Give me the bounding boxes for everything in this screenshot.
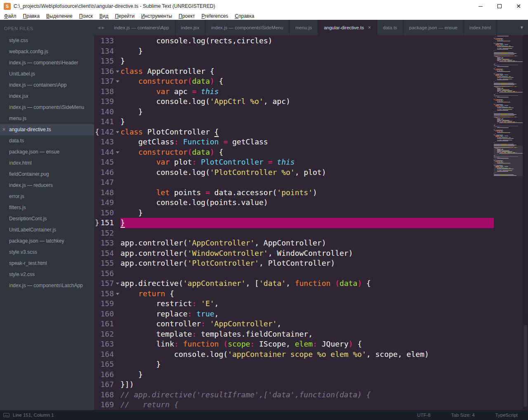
fold-arrow-icon[interactable] [114, 66, 120, 77]
tab-close-icon[interactable]: × [368, 25, 371, 31]
code-line[interactable]: 140 } [94, 107, 494, 117]
sidebar-file-item[interactable]: UnitLabel.js [0, 68, 94, 80]
tab[interactable]: index.js — containers\App [108, 20, 175, 35]
minimap-viewport[interactable] [494, 146, 523, 176]
code-line[interactable]: 137 constructor(data) { [94, 76, 494, 87]
menu-item[interactable]: Инструменты [138, 12, 175, 20]
code-line[interactable]: 154app.controller('WindowController', Wi… [94, 248, 494, 259]
fold-arrow-icon[interactable] [114, 278, 120, 289]
tab[interactable]: index.js — components\SideMenu [205, 20, 290, 35]
menu-item[interactable]: Файл [1, 12, 20, 20]
tab[interactable]: index.html [464, 20, 497, 35]
minimap[interactable] [494, 35, 523, 410]
code-line[interactable]: 167}]) [94, 380, 494, 390]
sidebar-file-item[interactable]: error.js [0, 191, 94, 202]
sidebar-file-item[interactable]: index.js — components\Header [0, 57, 94, 68]
sidebar-file-item[interactable]: index.jsx [0, 91, 94, 102]
code-line[interactable]: }151} [94, 218, 494, 228]
tab-list-dropdown-icon[interactable]: ▼ [516, 20, 528, 35]
code-line[interactable]: 138 var apc = this [94, 87, 494, 97]
code-line[interactable]: 144 constructor(data) { [94, 147, 494, 158]
sidebar-file-item[interactable]: speak-r_test.html [0, 258, 94, 269]
sidebar-file-item[interactable]: fieldContainer.pug [0, 169, 94, 180]
status-panel-icon[interactable] [3, 413, 9, 417]
tab-scroll-right-icon[interactable]: ▶ [102, 26, 105, 30]
menu-item[interactable]: Перейти [112, 12, 138, 20]
code-line[interactable]: 141} [94, 117, 494, 127]
tab[interactable]: data.ts [377, 20, 403, 35]
code-line[interactable]: 139 console.log('AppCtrl %o', apc) [94, 97, 494, 107]
sidebar-file-item[interactable]: data.ts [0, 135, 94, 146]
fold-arrow-icon[interactable] [114, 289, 120, 299]
code-line[interactable]: 169// return { [94, 400, 494, 410]
code-line[interactable]: 143 getClass: Function = getClass [94, 137, 494, 147]
code-line[interactable]: 145 var plot: PlotController = this [94, 157, 494, 168]
fold-arrow-icon[interactable] [114, 127, 120, 137]
sidebar-file-item[interactable]: index.html [0, 158, 94, 169]
code-line[interactable]: 157app.directive('appContainer', ['data'… [94, 278, 494, 289]
sidebar-file-item[interactable]: package.json — latchkey [0, 236, 94, 247]
code-line[interactable]: 153app.controller('AppController', AppCo… [94, 238, 494, 248]
close-button[interactable]: ✕ [509, 0, 528, 12]
menu-item[interactable]: Выделение [43, 12, 76, 20]
code-line[interactable]: 165 } [94, 359, 494, 370]
sidebar-file-item[interactable]: index.js — components\LatchApp [0, 280, 94, 291]
code-line[interactable]: 149 console.log(points.value) [94, 198, 494, 208]
syntax-indicator[interactable]: TypeScript [485, 413, 528, 418]
sidebar-file-item[interactable]: index.js — components\SideMenu [0, 102, 94, 113]
sidebar-file-item[interactable]: menu.js [0, 113, 94, 124]
sidebar-file-item[interactable]: package.json — ensue [0, 146, 94, 158]
minimize-button[interactable] [471, 0, 490, 12]
code-line[interactable]: 163 link: function (scope: IScope, elem:… [94, 339, 494, 349]
encoding-indicator[interactable]: UTF-8 [407, 413, 441, 418]
code-line[interactable]: 135} [94, 56, 494, 66]
code-line[interactable]: 134 } [94, 46, 494, 57]
sidebar-file-item[interactable]: DesriptionCont.js [0, 213, 94, 224]
code-line[interactable]: 155app.controller('PlotController', Plot… [94, 258, 494, 269]
maximize-button[interactable] [490, 0, 509, 12]
code-line[interactable]: 161 controller: 'AppController', [94, 319, 494, 329]
menu-item[interactable]: Preferences [198, 12, 232, 20]
menu-item[interactable]: Вид [96, 12, 112, 20]
code-line[interactable]: 159 restrict: 'E', [94, 299, 494, 309]
sidebar-file-item[interactable]: style.v3.scss [0, 247, 94, 258]
tab[interactable]: package.json — ensue [403, 20, 464, 35]
scrollbar-thumb[interactable] [523, 325, 527, 407]
tab[interactable]: menu.js [290, 20, 318, 35]
code-line[interactable]: 148 let points = data.accessor('points') [94, 188, 494, 198]
tab[interactable]: index.jsx [175, 20, 206, 35]
tab-scroll-left-icon[interactable]: ◀ [98, 26, 101, 30]
tab[interactable]: angular-directive.ts× [318, 20, 377, 35]
code-lines[interactable]: 133 console.log(rects,circles)134 }135}1… [94, 35, 494, 410]
code-line[interactable]: 147 [94, 177, 494, 188]
sidebar-file-item[interactable]: index.js — containers\App [0, 80, 94, 91]
tab-size-indicator[interactable]: Tab Size: 4 [441, 413, 485, 418]
code-line[interactable]: 136class AppController { [94, 66, 494, 77]
sidebar-file-item[interactable]: style.v2.css [0, 269, 94, 280]
code-line[interactable]: 146 console.log('PlotController %o', plo… [94, 168, 494, 178]
menu-item[interactable]: Поиск [76, 12, 96, 20]
vertical-scrollbar[interactable] [523, 35, 528, 410]
menu-item[interactable]: Правка [20, 12, 43, 20]
menu-item[interactable]: Справка [231, 12, 257, 20]
code-line[interactable]: 158 return { [94, 289, 494, 299]
code-line[interactable]: 162 template: templates.fieldContainer, [94, 329, 494, 340]
sidebar-file-item[interactable]: style.css [0, 35, 94, 46]
file-close-icon[interactable]: × [2, 124, 5, 135]
code-line[interactable]: 168// app.directive('resultIframe',['dat… [94, 390, 494, 400]
sidebar-file-item[interactable]: filters.js [0, 202, 94, 213]
code-line[interactable]: {142class PlotController { [94, 127, 494, 137]
code-line[interactable]: 160 replace: true, [94, 309, 494, 319]
code-line[interactable]: 164 console.log('appContainer scope %o e… [94, 349, 494, 360]
code-line[interactable]: 152 [94, 228, 494, 238]
sidebar-file-item[interactable]: ×angular-directive.ts [0, 124, 94, 135]
code-line[interactable]: 166 } [94, 370, 494, 380]
fold-arrow-icon[interactable] [114, 76, 120, 87]
menu-item[interactable]: Проект [175, 12, 198, 20]
code-line[interactable]: 156 [94, 269, 494, 279]
fold-arrow-icon[interactable] [114, 147, 120, 158]
code-line[interactable]: 133 console.log(rects,circles) [94, 36, 494, 46]
sidebar-file-item[interactable]: index.js — reducers [0, 180, 94, 191]
sidebar-file-item[interactable]: UnitLabelContainer.js [0, 224, 94, 236]
code-line[interactable]: 150 } [94, 208, 494, 218]
